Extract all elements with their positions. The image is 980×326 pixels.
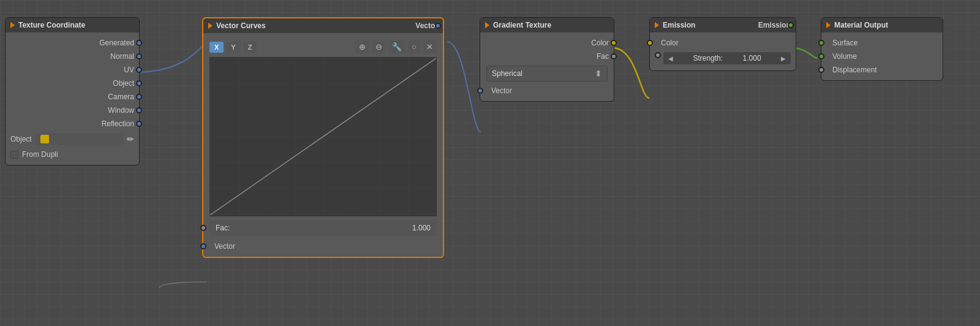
color-in-row: Color bbox=[650, 36, 796, 50]
generated-row: Generated bbox=[6, 36, 139, 50]
left-arrow-icon[interactable]: ◀ bbox=[668, 55, 673, 62]
type-value: Spherical bbox=[492, 69, 522, 78]
strength-row: ◀ Strength: 1.000 ▶ bbox=[650, 50, 796, 67]
gradient-texture-body: Color Fac Spherical ⬍ Vector bbox=[480, 32, 614, 101]
collapse-icon[interactable] bbox=[208, 23, 213, 29]
color-out-row: Color bbox=[480, 36, 614, 50]
emission-out-label: Emission bbox=[758, 21, 791, 29]
strength-label: Strength: bbox=[693, 54, 723, 63]
vector-curves-header: Vector Curves Vector bbox=[203, 18, 443, 33]
normal-label: Normal bbox=[110, 52, 134, 61]
emission-out-socket[interactable] bbox=[788, 22, 794, 28]
surface-label: Surface bbox=[832, 39, 858, 47]
zoom-out-icon[interactable]: ⊖ bbox=[372, 40, 386, 53]
reset-icon[interactable]: ○ bbox=[408, 40, 420, 53]
emission-body: Color ◀ Strength: 1.000 ▶ bbox=[650, 32, 796, 70]
right-arrow-icon[interactable]: ▶ bbox=[781, 55, 786, 62]
fac-out-label: Fac bbox=[597, 52, 609, 61]
vector-in-row: Vector bbox=[203, 240, 443, 253]
object-socket[interactable] bbox=[136, 80, 142, 86]
material-output-title: Material Output bbox=[834, 21, 888, 29]
fac-field[interactable]: Fac: 1.000 bbox=[209, 220, 437, 236]
material-output-header: Material Output bbox=[821, 18, 943, 32]
color-out-socket[interactable] bbox=[611, 40, 617, 46]
reflection-label: Reflection bbox=[102, 119, 134, 128]
texture-coordinate-title: Texture Coordinate bbox=[18, 21, 85, 29]
fac-value: 1.000 bbox=[412, 224, 431, 232]
uv-socket[interactable] bbox=[136, 67, 142, 73]
fac-out-row: Fac bbox=[480, 50, 614, 63]
object-input-row: Object ✏ bbox=[6, 131, 139, 148]
gradient-vector-socket[interactable] bbox=[477, 88, 483, 94]
color-out-label: Color bbox=[591, 39, 609, 47]
emission-node: Emission Emission Color ◀ Strength: 1.00… bbox=[649, 17, 796, 71]
fac-out-socket[interactable] bbox=[611, 53, 617, 59]
normal-row: Normal bbox=[6, 50, 139, 63]
cube-icon bbox=[40, 135, 49, 143]
strength-field[interactable]: ◀ Strength: 1.000 ▶ bbox=[663, 52, 791, 64]
generated-socket[interactable] bbox=[136, 40, 142, 46]
object-label: Object bbox=[113, 79, 134, 88]
vector-out-socket[interactable] bbox=[435, 23, 441, 29]
z-button[interactable]: Z bbox=[243, 42, 257, 53]
from-dupli-label: From Dupli bbox=[22, 150, 58, 159]
generated-label: Generated bbox=[99, 39, 134, 47]
emission-title: Emission bbox=[663, 21, 695, 29]
collapse-icon[interactable] bbox=[826, 22, 831, 28]
volume-socket[interactable] bbox=[818, 53, 824, 59]
x-button[interactable]: X bbox=[209, 42, 224, 53]
gradient-texture-title: Gradient Texture bbox=[493, 21, 551, 29]
reflection-row: Reflection bbox=[6, 117, 139, 131]
volume-label: Volume bbox=[832, 52, 857, 61]
vector-curves-node: Vector Curves Vector X Y Z ⊕ ⊖ 🔧 ○ ✕ bbox=[202, 17, 444, 258]
from-dupli-checkbox[interactable] bbox=[10, 151, 18, 159]
window-row: Window bbox=[6, 104, 139, 117]
strength-socket[interactable] bbox=[655, 52, 661, 58]
reflection-socket[interactable] bbox=[136, 121, 142, 127]
surface-row: Surface bbox=[821, 36, 943, 50]
collapse-icon[interactable] bbox=[10, 22, 15, 28]
displacement-socket[interactable] bbox=[818, 67, 824, 73]
gradient-texture-node: Gradient Texture Color Fac Spherical ⬍ V… bbox=[480, 17, 614, 102]
emission-color-socket[interactable] bbox=[647, 40, 653, 46]
material-output-node: Material Output Surface Volume Displacem… bbox=[821, 17, 943, 81]
vector-curves-body: X Y Z ⊕ ⊖ 🔧 ○ ✕ bbox=[203, 33, 443, 257]
camera-row: Camera bbox=[6, 90, 139, 104]
normal-socket[interactable] bbox=[136, 53, 142, 59]
fac-label: Fac: bbox=[216, 224, 230, 232]
vector-in-label: Vector bbox=[491, 86, 512, 95]
color-in-label: Color bbox=[661, 39, 679, 47]
dropdown-arrows-icon: ⬍ bbox=[595, 69, 602, 78]
texture-coordinate-node: Texture Coordinate Generated Normal UV O… bbox=[5, 17, 140, 165]
vector-in-label: Vector bbox=[214, 242, 235, 251]
zoom-in-icon[interactable]: ⊕ bbox=[355, 40, 369, 53]
window-socket[interactable] bbox=[136, 107, 142, 113]
wrench-icon[interactable]: 🔧 bbox=[388, 40, 405, 53]
delete-icon[interactable]: ✕ bbox=[423, 40, 437, 53]
fac-in-socket[interactable] bbox=[200, 225, 206, 231]
displacement-row: Displacement bbox=[821, 63, 943, 77]
displacement-label: Displacement bbox=[832, 66, 877, 74]
uv-row: UV bbox=[6, 63, 139, 77]
gradient-texture-header: Gradient Texture bbox=[480, 18, 614, 32]
collapse-icon[interactable] bbox=[655, 22, 659, 28]
strength-value: 1.000 bbox=[743, 54, 761, 63]
object-row: Object bbox=[6, 77, 139, 90]
curve-canvas[interactable] bbox=[209, 57, 437, 216]
eyedropper-icon[interactable]: ✏ bbox=[127, 134, 134, 144]
object-input-field[interactable] bbox=[36, 133, 123, 145]
texture-coordinate-body: Generated Normal UV Object Camera Window… bbox=[6, 32, 139, 165]
curve-controls: X Y Z ⊕ ⊖ 🔧 ○ ✕ bbox=[203, 37, 443, 57]
from-dupli-row: From Dupli bbox=[6, 148, 139, 161]
emission-header: Emission Emission bbox=[650, 18, 796, 32]
window-label: Window bbox=[108, 106, 134, 115]
y-button[interactable]: Y bbox=[226, 42, 240, 53]
type-dropdown[interactable]: Spherical ⬍ bbox=[486, 66, 608, 82]
surface-socket[interactable] bbox=[818, 40, 824, 46]
texture-coordinate-header: Texture Coordinate bbox=[6, 18, 139, 32]
vector-in-socket[interactable] bbox=[200, 243, 206, 249]
camera-socket[interactable] bbox=[136, 94, 142, 100]
uv-label: UV bbox=[124, 66, 134, 74]
volume-row: Volume bbox=[821, 50, 943, 63]
collapse-icon[interactable] bbox=[485, 22, 489, 28]
